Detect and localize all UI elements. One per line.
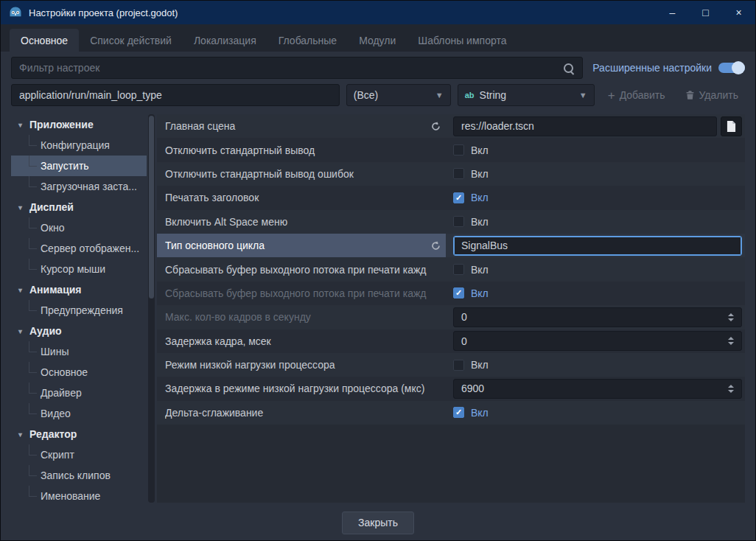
sidebar-item-driver[interactable]: Драйвер	[11, 383, 147, 403]
sidebar-section-editor[interactable]: ▾Редактор	[11, 424, 147, 444]
filter-placeholder: Фильтр настроек	[19, 62, 564, 74]
setting-label[interactable]: Задержка в режиме низкой нагрузки процес…	[157, 377, 446, 400]
revert-icon[interactable]	[431, 241, 441, 251]
setting-label[interactable]: Отключить стандартный вывод ошибок	[157, 162, 446, 186]
tab-general[interactable]: Основное	[10, 29, 79, 52]
checkbox[interactable]	[453, 264, 464, 275]
tab-input-map[interactable]: Список действий	[79, 29, 183, 52]
settings-list: Главная сцена res://loader.tscn Отключит…	[157, 114, 745, 503]
sidebar-section-application[interactable]: ▾Приложение	[11, 114, 147, 135]
content-area: ▾Приложение Конфигурация Запустить Загру…	[11, 112, 745, 505]
tab-import-defaults[interactable]: Шаблоны импорта	[407, 29, 517, 52]
tree-scrollbar[interactable]	[148, 114, 155, 503]
setting-row-low-processor-mode-sleep-usec: Задержка в режиме низкой нагрузки процес…	[157, 377, 745, 400]
trash-icon	[685, 90, 695, 100]
toggle-knob	[732, 61, 745, 74]
sidebar-item-warnings[interactable]: Предупреждения	[11, 300, 147, 321]
delete-property-button[interactable]: Удалить	[679, 84, 745, 106]
setting-row-flush-stdout-on-print: Сбрасывать буфер выходного потока при пе…	[157, 257, 745, 281]
maximize-button[interactable]: □	[689, 1, 722, 24]
setting-label[interactable]: Режим низкой нагрузки процессора	[157, 353, 446, 377]
setting-label[interactable]: Печатать заголовок	[157, 186, 446, 209]
godot-logo-icon	[9, 6, 22, 19]
setting-label[interactable]: Главная сцена	[157, 114, 446, 138]
tab-globals[interactable]: Глобальные	[267, 29, 348, 52]
sidebar-item-general[interactable]: Основное	[11, 362, 147, 383]
sidebar-item-boot-splash[interactable]: Загрузочная заста...	[11, 176, 147, 197]
setting-label[interactable]: Отключить стандартный вывод	[157, 138, 446, 161]
plus-icon: +	[608, 89, 615, 102]
advanced-settings-toggle[interactable]	[718, 63, 745, 73]
chevron-down-icon[interactable]: ▾	[15, 327, 25, 335]
setting-row-disable-stdout: Отключить стандартный вывод Вкл	[157, 138, 745, 161]
sidebar-item-naming[interactable]: Именование	[11, 486, 147, 503]
setting-label[interactable]: Макс. кол-во кадров в секунду	[157, 305, 446, 329]
setting-label[interactable]: Дельта-сглаживание	[157, 401, 446, 425]
low-processor-sleep-spinbox[interactable]: 6900	[453, 379, 742, 399]
sidebar-item-window[interactable]: Окно	[11, 217, 147, 238]
checkbox[interactable]	[453, 287, 464, 299]
checkbox-label: Вкл	[471, 216, 489, 228]
advanced-settings-label: Расширенные настройки	[592, 62, 712, 74]
add-property-button[interactable]: + Добавить	[601, 84, 672, 106]
spin-arrows-icon[interactable]	[724, 313, 734, 321]
setting-label[interactable]: Сбрасывать буфер выходного потока при пе…	[157, 257, 446, 281]
checkbox[interactable]	[453, 216, 464, 227]
type-select[interactable]: ab String ▼	[458, 84, 595, 106]
category-tree: ▾Приложение Конфигурация Запустить Загру…	[11, 112, 147, 503]
close-dialog-button[interactable]: Закрыть	[342, 512, 414, 534]
spin-arrows-icon[interactable]	[724, 337, 734, 345]
setting-row-enable-alt-space-menu: Включить Alt Space меню Вкл	[157, 210, 745, 234]
chevron-down-icon[interactable]: ▾	[15, 286, 25, 294]
revert-icon[interactable]	[431, 122, 441, 131]
checkbox[interactable]	[453, 192, 464, 203]
sidebar-item-config[interactable]: Конфигурация	[11, 135, 147, 156]
settings-filter-input[interactable]: Фильтр настроек	[11, 57, 583, 79]
checkbox-label: Вкл	[471, 192, 489, 203]
sidebar-item-video[interactable]: Видео	[11, 403, 147, 424]
frame-delay-spinbox[interactable]: 0	[453, 331, 742, 351]
file-picker-button[interactable]	[721, 116, 742, 136]
chevron-down-icon: ▼	[579, 91, 587, 100]
setting-label[interactable]: Тип основного цикла	[157, 234, 446, 257]
tab-localization[interactable]: Локализация	[183, 29, 267, 52]
scrollbar-thumb[interactable]	[149, 116, 154, 299]
sidebar-item-mouse-cursor[interactable]: Курсор мыши	[11, 259, 147, 279]
checkbox[interactable]	[453, 360, 464, 371]
chevron-down-icon[interactable]: ▾	[15, 430, 25, 439]
sidebar-section-audio[interactable]: ▾Аудио	[11, 321, 147, 341]
max-fps-spinbox[interactable]: 0	[453, 307, 742, 327]
setting-row-max-fps: Макс. кол-во кадров в секунду 0	[157, 305, 745, 329]
property-path-input[interactable]: application/run/main_loop_type	[11, 84, 340, 106]
close-button[interactable]: ×	[722, 1, 755, 24]
titlebar: Настройки проекта (project.godot) – □ ×	[1, 1, 755, 24]
setting-row-flush-stdout-on-print-debug: Сбрасывать буфер выходного потока при пе…	[157, 282, 745, 305]
minimize-button[interactable]: –	[656, 1, 689, 24]
project-settings-dialog: Настройки проекта (project.godot) – □ × …	[0, 0, 756, 541]
feature-override-select[interactable]: (Все) ▼	[346, 84, 451, 106]
chevron-down-icon[interactable]: ▾	[15, 121, 25, 129]
checkbox[interactable]	[453, 407, 464, 418]
sidebar-item-buses[interactable]: Шины	[11, 341, 147, 362]
sidebar-section-animation[interactable]: ▾Анимация	[11, 279, 147, 300]
window-title: Настройки проекта (project.godot)	[29, 7, 656, 18]
setting-label[interactable]: Задержка кадра, мсек	[157, 329, 446, 353]
spin-arrows-icon[interactable]	[724, 385, 734, 393]
checkbox[interactable]	[453, 144, 464, 156]
setting-label[interactable]: Включить Alt Space меню	[157, 210, 446, 234]
tab-plugins[interactable]: Модули	[348, 29, 407, 52]
sidebar-section-display[interactable]: ▾Дисплей	[11, 197, 147, 217]
setting-row-print-header: Печатать заголовок Вкл	[157, 186, 745, 209]
checkbox[interactable]	[453, 168, 464, 179]
sidebar-item-display-server[interactable]: Сервер отображен...	[11, 238, 147, 259]
sidebar-item-run[interactable]: Запустить	[11, 156, 147, 176]
sidebar-item-movie-writer[interactable]: Запись клипов	[11, 465, 147, 486]
string-type-icon: ab	[465, 91, 475, 100]
setting-row-disable-stderr: Отключить стандартный вывод ошибок Вкл	[157, 162, 745, 186]
main-scene-input[interactable]: res://loader.tscn	[453, 116, 717, 136]
sidebar-item-script[interactable]: Скрипт	[11, 444, 147, 465]
search-icon	[564, 63, 573, 73]
chevron-down-icon[interactable]: ▾	[15, 203, 25, 212]
main-loop-type-input[interactable]: SignalBus	[453, 236, 742, 256]
setting-label[interactable]: Сбрасывать буфер выходного потока при пе…	[157, 282, 446, 305]
